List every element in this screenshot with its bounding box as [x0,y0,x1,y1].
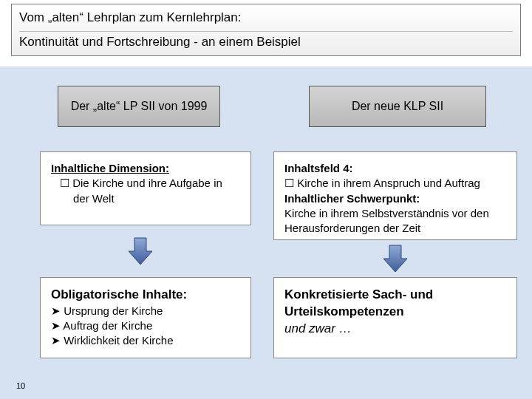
title-line-1: Vom „alten“ Lehrplan zum Kernlehrplan: [19,7,513,31]
new-field-heading-2: Inhaltlicher Schwerpunkt: [284,191,506,206]
page-number: 10 [16,381,25,390]
old-obligatory-item-1: Ursprung der Kirche [51,304,240,318]
old-obligatory-item-2: Auftrag der Kirche [51,318,240,333]
new-field-item-2: Kirche in ihrem Selbstverständnis vor de… [284,206,506,236]
title-line-2: Kontinuität und Fortschreibung - an eine… [19,31,513,52]
column-header-old: Der „alte“ LP SII von 1999 [58,86,220,127]
old-obligatory-heading: Obligatorische Inhalte: [51,287,240,304]
old-dimension-heading: Inhaltliche Dimension: [51,161,240,176]
new-field-item-1: Kirche in ihrem Anspruch und Auftrag [284,176,506,191]
new-competence-tail: und zwar … [284,321,506,338]
new-competence-box: Konkretisierte Sach- und Urteilskompeten… [273,277,517,358]
new-field-box: Inhaltsfeld 4: Kirche in ihrem Anspruch … [273,151,517,240]
column-header-new-label: Der neue KLP SII [352,100,443,113]
new-field-heading-1: Inhaltsfeld 4: [284,161,506,176]
slide-title-box: Vom „alten“ Lehrplan zum Kernlehrplan: K… [11,4,521,56]
old-dimension-item: Die Kirche und ihre Aufgabe in der Welt [51,176,240,206]
column-header-old-label: Der „alte“ LP SII von 1999 [71,100,208,113]
column-header-new: Der neue KLP SII [309,86,486,127]
old-obligatory-item-3: Wirklichkeit der Kirche [51,333,240,348]
new-competence-heading: Konkretisierte Sach- und Urteilskompeten… [284,287,506,321]
arrow-down-icon [126,236,155,266]
old-obligatory-box: Obligatorische Inhalte: Ursprung der Kir… [40,277,251,358]
arrow-down-icon [381,244,410,273]
old-dimension-box: Inhaltliche Dimension: Die Kirche und ih… [40,151,251,225]
